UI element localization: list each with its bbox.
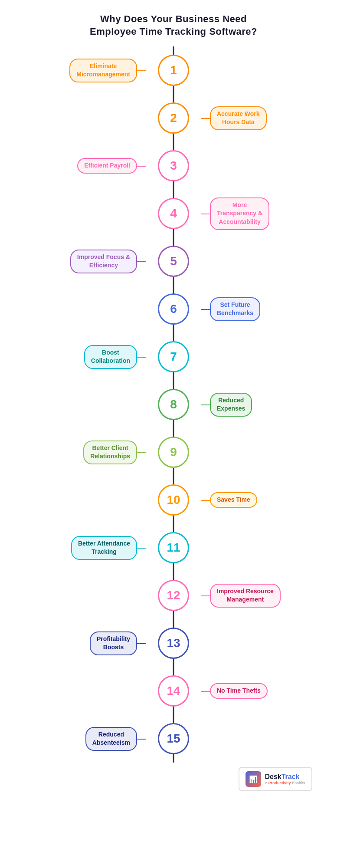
circle-3: 3 xyxy=(158,150,189,181)
timeline-item-3: Efficient Payroll 3 xyxy=(0,142,347,190)
footer-logo: 📊 DeskTrack A Productivity Enabler xyxy=(0,767,347,791)
label-pill-11: Better AttendanceTracking xyxy=(71,536,137,560)
timeline-item-10: 10 Saves Time xyxy=(0,476,347,524)
label-right-8: ReducedExpenses xyxy=(201,393,347,417)
circle-wrap-14: 14 xyxy=(146,675,201,707)
circle-wrap-9: 9 xyxy=(146,437,201,468)
label-left-9: Better ClientRelationships xyxy=(0,441,146,464)
circle-1: 1 xyxy=(158,55,189,86)
label-pill-12: Improved ResourceManagement xyxy=(210,584,281,608)
timeline-item-13: ProfitabilityBoosts 13 xyxy=(0,619,347,667)
circle-wrap-2: 2 xyxy=(146,102,201,134)
label-left-11: Better AttendanceTracking xyxy=(0,536,146,560)
label-pill-14: No Time Thefts xyxy=(210,683,268,699)
circle-15: 15 xyxy=(158,723,189,754)
circle-5: 5 xyxy=(158,246,189,277)
circle-wrap-8: 8 xyxy=(146,389,201,420)
circle-wrap-4: 4 xyxy=(146,198,201,229)
circle-wrap-15: 15 xyxy=(146,723,201,754)
circle-12: 12 xyxy=(158,580,189,611)
timeline: EliminateMicromanagement 1 2 Accurate Wo… xyxy=(0,46,347,763)
label-right-14: No Time Thefts xyxy=(201,683,347,699)
header-line2: Employee Time Tracking Software? xyxy=(26,26,321,38)
circle-wrap-3: 3 xyxy=(146,150,201,181)
label-left-1: EliminateMicromanagement xyxy=(0,59,146,82)
circle-13: 13 xyxy=(158,628,189,659)
label-pill-8: ReducedExpenses xyxy=(210,393,252,417)
timeline-item-15: ReducedAbsenteeism 15 xyxy=(0,715,347,763)
logo-icon: 📊 xyxy=(246,771,261,787)
page-wrapper: Why Does Your Business Need Employee Tim… xyxy=(0,0,347,817)
timeline-item-14: 14 No Time Thefts xyxy=(0,667,347,715)
circle-2: 2 xyxy=(158,102,189,134)
label-pill-15: ReducedAbsenteeism xyxy=(85,727,137,751)
timeline-item-4: 4 MoreTransparency &Accountability xyxy=(0,190,347,237)
logo-box: 📊 DeskTrack A Productivity Enabler xyxy=(239,767,312,791)
timeline-item-12: 12 Improved ResourceManagement xyxy=(0,572,347,619)
circle-6: 6 xyxy=(158,293,189,325)
label-pill-13: ProfitabilityBoosts xyxy=(90,631,137,655)
timeline-item-1: EliminateMicromanagement 1 xyxy=(0,46,347,94)
header-line1: Why Does Your Business Need xyxy=(26,13,321,26)
label-right-4: MoreTransparency &Accountability xyxy=(201,197,347,230)
circle-wrap-13: 13 xyxy=(146,628,201,659)
circle-wrap-10: 10 xyxy=(146,484,201,516)
circle-wrap-7: 7 xyxy=(146,341,201,372)
label-pill-9: Better ClientRelationships xyxy=(83,441,137,464)
label-right-2: Accurate WorkHours Data xyxy=(201,106,347,130)
circle-7: 7 xyxy=(158,341,189,372)
circle-10: 10 xyxy=(158,484,189,516)
circle-wrap-11: 11 xyxy=(146,532,201,563)
timeline-item-9: Better ClientRelationships 9 xyxy=(0,428,347,476)
circle-9: 9 xyxy=(158,437,189,468)
header: Why Does Your Business Need Employee Tim… xyxy=(0,0,347,46)
timeline-item-7: BoostCollaboration 7 xyxy=(0,333,347,381)
label-left-5: Improved Focus &Efficiency xyxy=(0,250,146,273)
circle-8: 8 xyxy=(158,389,189,420)
label-left-13: ProfitabilityBoosts xyxy=(0,631,146,655)
label-right-6: Set FutureBenchmarks xyxy=(201,297,347,321)
logo-text-sub: A Productivity Enabler xyxy=(265,781,305,785)
label-pill-4: MoreTransparency &Accountability xyxy=(210,197,269,230)
circle-11: 11 xyxy=(158,532,189,563)
logo-text-main: DeskTrack xyxy=(265,773,305,781)
label-pill-6: Set FutureBenchmarks xyxy=(210,297,260,321)
timeline-item-8: 8 ReducedExpenses xyxy=(0,381,347,428)
label-pill-7: BoostCollaboration xyxy=(84,345,137,369)
timeline-item-2: 2 Accurate WorkHours Data xyxy=(0,94,347,142)
circle-wrap-5: 5 xyxy=(146,246,201,277)
timeline-item-6: 6 Set FutureBenchmarks xyxy=(0,285,347,333)
label-left-3: Efficient Payroll xyxy=(0,158,146,174)
label-right-10: Saves Time xyxy=(201,492,347,508)
circle-14: 14 xyxy=(158,675,189,707)
header-title: Why Does Your Business Need Employee Tim… xyxy=(26,13,321,38)
label-left-7: BoostCollaboration xyxy=(0,345,146,369)
label-pill-2: Accurate WorkHours Data xyxy=(210,106,267,130)
timeline-item-11: Better AttendanceTracking 11 xyxy=(0,524,347,572)
label-pill-1: EliminateMicromanagement xyxy=(69,59,137,82)
timeline-item-5: Improved Focus &Efficiency 5 xyxy=(0,237,347,285)
label-pill-5: Improved Focus &Efficiency xyxy=(70,250,137,273)
circle-wrap-6: 6 xyxy=(146,293,201,325)
label-pill-10: Saves Time xyxy=(210,492,257,508)
circle-wrap-12: 12 xyxy=(146,580,201,611)
label-left-15: ReducedAbsenteeism xyxy=(0,727,146,751)
label-pill-3: Efficient Payroll xyxy=(77,158,137,174)
circle-4: 4 xyxy=(158,198,189,229)
logo-text-wrap: DeskTrack A Productivity Enabler xyxy=(265,773,305,785)
circle-wrap-1: 1 xyxy=(146,55,201,86)
label-right-12: Improved ResourceManagement xyxy=(201,584,347,608)
